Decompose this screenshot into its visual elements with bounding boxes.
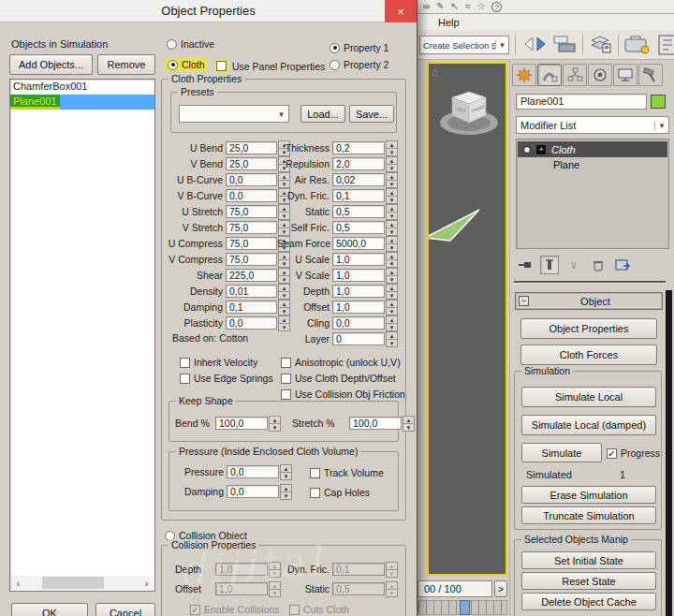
plane-object[interactable] [427,204,483,243]
star-icon[interactable]: ☆ [476,1,485,12]
tab-display[interactable] [613,64,637,86]
spin-up[interactable]: ▴ [269,416,281,424]
param-field[interactable]: 0,01 [226,285,277,298]
object-properties-button[interactable]: Object Properties [520,318,657,339]
inactive-radio[interactable]: Inactive [167,38,214,50]
simulate-local-damped-button[interactable]: Simulate Local (damped) [521,415,656,435]
expand-icon[interactable]: + [536,145,546,154]
spinner[interactable]: ▴▾ [386,268,398,283]
param-field[interactable]: 2,0 [332,157,385,170]
spinner[interactable]: ▴▾ [386,188,398,203]
spin-up[interactable]: ▴ [386,140,398,149]
scroll-left-icon[interactable]: ‹ [11,576,25,590]
param-field[interactable]: 0,0 [226,173,277,186]
configure-modifier-sets-icon[interactable] [613,256,632,274]
spin-down[interactable]: ▾ [386,149,398,156]
align-icon[interactable] [552,34,577,56]
anisotropic-checkbox[interactable]: Anisotropic (unlock U,V) [281,357,401,368]
tab-motion[interactable] [588,64,612,86]
spin-down[interactable]: ▾ [386,308,398,315]
param-field[interactable]: 5000,0 [332,237,385,250]
scrollbar-thumb[interactable] [42,577,104,589]
simulate-button[interactable]: Simulate [521,443,602,462]
layer-manager-icon[interactable] [588,34,614,56]
use-collision-obj-friction-checkbox[interactable]: Use Collision Obj Friction [281,389,405,400]
spinner[interactable]: ▴▾ [280,464,292,479]
simulate-local-button[interactable]: Simulate Local [521,387,656,407]
menu-help[interactable]: Help [431,17,467,28]
param-field[interactable]: 0,2 [332,141,385,154]
spin-up[interactable]: ▴ [386,315,398,324]
param-field[interactable]: 25,0 [226,141,277,154]
spin-down[interactable]: ▾ [386,260,398,268]
reset-state-button[interactable]: Reset State [521,572,656,590]
load-button[interactable]: Load... [300,105,345,123]
help-icon[interactable]: ? [491,2,502,12]
truncate-simulation-button[interactable]: Truncate Simulation [521,506,656,524]
property2-radio[interactable]: Property 2 [330,59,388,70]
schematic-view-icon[interactable] [657,34,674,58]
track-bar[interactable] [418,600,507,615]
pencil-icon[interactable]: ✎ [436,1,444,12]
spin-down[interactable]: ▾ [403,424,415,432]
spin-down[interactable]: ▾ [280,492,292,500]
param-field[interactable]: 225,0 [226,269,277,282]
param-field[interactable]: 0,1 [226,301,277,314]
param-field[interactable]: 75,0 [226,221,277,234]
make-unique-icon[interactable]: ∨ [564,256,583,274]
spin-down[interactable]: ▾ [386,340,398,347]
panel-scrollbar[interactable] [666,290,672,616]
param-field[interactable]: 25,0 [226,157,277,170]
cap-holes-checkbox[interactable]: Cap Holes [310,487,370,498]
stack-item-cloth[interactable]: + Cloth [518,141,667,157]
spinner[interactable]: ▴▾ [386,204,398,219]
spin-up[interactable]: ▴ [386,300,398,308]
param-field[interactable]: 1,0 [332,301,385,314]
use-cloth-depth-offset-checkbox[interactable]: Use Cloth Depth/Offset [281,373,396,384]
modifier-list-dropdown[interactable]: Modifier List ▾ [516,116,669,134]
spin-down[interactable]: ▾ [386,228,398,236]
spinner[interactable]: ▴▾ [386,315,398,330]
bulb-icon[interactable] [523,146,531,154]
param-field[interactable]: 75,0 [226,205,277,218]
use-edge-springs-checkbox[interactable]: Use Edge Springs [180,373,273,384]
spin-up[interactable]: ▴ [386,204,398,213]
track-volume-checkbox[interactable]: Track Volume [310,467,384,478]
horizontal-scrollbar[interactable]: ‹ › [11,576,154,590]
ok-button[interactable]: OK [11,603,88,616]
spin-up[interactable]: ▴ [386,172,398,181]
find-icon[interactable]: ∞ [423,1,430,12]
presets-dropdown[interactable]: ▾ [179,105,289,123]
pressure-field[interactable]: 0,0 [227,465,279,478]
param-field[interactable]: 1,0 [332,269,385,282]
param-field[interactable]: 0,0 [226,316,277,330]
cursor-icon[interactable]: ↖ [451,1,459,12]
spin-up[interactable]: ▴ [386,188,398,197]
lasso-icon[interactable]: ≈ [465,1,471,12]
object-color-swatch[interactable] [651,95,666,109]
objects-list[interactable]: ChamferBox001Plane001 ‹ › [9,79,155,592]
spin-up[interactable]: ▴ [403,416,415,424]
object-name-field[interactable]: Plane001 [516,94,647,110]
param-field[interactable]: 0 [332,332,385,345]
use-panel-properties-checkbox[interactable]: Use Panel Properties [214,59,325,73]
param-field[interactable]: 0,5 [332,205,385,218]
inherit-velocity-checkbox[interactable]: Inherit Velocity [180,357,257,368]
dialog-title-bar[interactable]: Object Properties × [0,0,417,22]
selection-set-combo[interactable]: Create Selection Se ▾ [419,36,509,54]
spin-up[interactable]: ▴ [386,252,398,260]
spin-down[interactable]: ▾ [386,324,398,331]
spinner[interactable]: ▴▾ [386,284,398,299]
spinner[interactable]: ▴▾ [269,416,281,431]
cloth-forces-button[interactable]: Cloth Forces [520,345,657,365]
cloth-radio[interactable]: Cloth [165,58,208,71]
home-icon[interactable]: ⌂ [432,66,438,79]
param-field[interactable]: 0,02 [332,173,385,186]
next-frame-button[interactable]: > [494,580,507,597]
progress-checkbox[interactable]: ✓ Progress [607,447,660,459]
param-field[interactable]: 0,1 [332,189,385,202]
list-item[interactable]: Plane001 [10,95,154,110]
cancel-button[interactable]: Cancel [95,603,155,616]
spin-up[interactable]: ▴ [386,236,398,244]
param-field[interactable]: 0,0 [226,189,277,202]
